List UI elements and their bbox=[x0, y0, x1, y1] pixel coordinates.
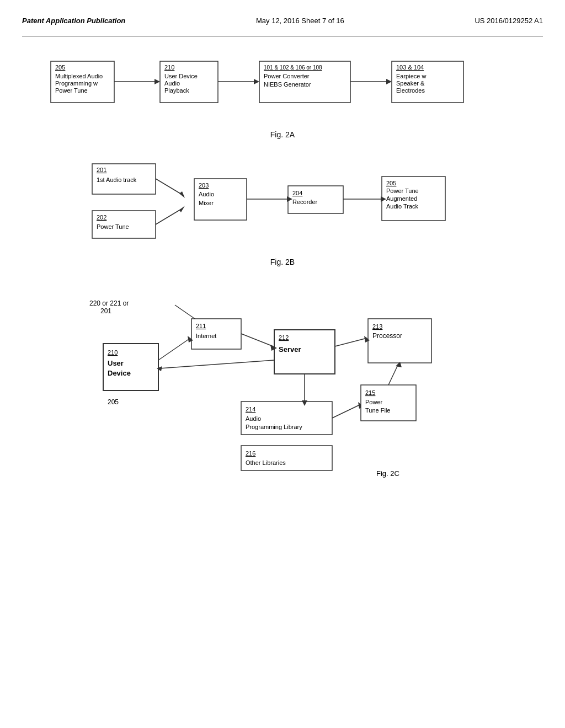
svg-text:Playback: Playback bbox=[164, 87, 189, 94]
svg-text:214: 214 bbox=[246, 406, 255, 413]
svg-text:203: 203 bbox=[199, 182, 209, 189]
fig2c-note-line1: 220 or 221 or bbox=[89, 299, 129, 307]
svg-text:User Device: User Device bbox=[164, 73, 198, 79]
svg-line-86 bbox=[388, 364, 398, 385]
fig2c-note: 220 or 221 or 201 bbox=[89, 299, 129, 315]
svg-text:NIEBS Generator: NIEBS Generator bbox=[264, 81, 311, 88]
svg-text:213: 213 bbox=[372, 323, 382, 330]
svg-text:211: 211 bbox=[196, 323, 206, 329]
svg-text:Augmented: Augmented bbox=[386, 195, 417, 202]
svg-text:204: 204 bbox=[292, 190, 302, 196]
svg-marker-19 bbox=[386, 79, 392, 84]
fig2b-diagram: 201 1st Audio track 202 Power Tune 203 A… bbox=[76, 156, 489, 252]
svg-text:Server: Server bbox=[279, 345, 301, 354]
svg-text:Mixer: Mixer bbox=[199, 200, 214, 206]
svg-marker-6 bbox=[154, 79, 160, 84]
svg-text:Power Converter: Power Converter bbox=[264, 73, 310, 79]
svg-text:Recorder: Recorder bbox=[292, 199, 318, 205]
svg-marker-36 bbox=[179, 191, 185, 198]
svg-text:Power: Power bbox=[365, 399, 383, 405]
svg-text:201: 201 bbox=[97, 167, 106, 173]
svg-line-72 bbox=[335, 338, 367, 346]
svg-line-66 bbox=[158, 338, 190, 360]
svg-text:Processor: Processor bbox=[372, 332, 402, 340]
svg-text:210: 210 bbox=[164, 64, 174, 71]
svg-text:Earpiece w: Earpiece w bbox=[396, 73, 426, 79]
svg-text:Programming w: Programming w bbox=[55, 80, 98, 87]
svg-text:205: 205 bbox=[386, 180, 396, 186]
svg-text:Fig. 2C: Fig. 2C bbox=[376, 469, 399, 478]
svg-text:Audio Track: Audio Track bbox=[386, 203, 419, 210]
svg-text:Multiplexed Audio: Multiplexed Audio bbox=[55, 73, 103, 79]
svg-marker-13 bbox=[254, 79, 259, 84]
svg-text:Device: Device bbox=[108, 369, 131, 377]
fig2a-diagram: 205 Multiplexed Audio Programming w Powe… bbox=[34, 53, 531, 125]
svg-line-68 bbox=[241, 334, 273, 346]
svg-text:202: 202 bbox=[97, 214, 106, 221]
svg-rect-88 bbox=[241, 446, 332, 470]
svg-line-70 bbox=[159, 360, 274, 368]
svg-text:205: 205 bbox=[108, 398, 119, 406]
fig2a-section: 205 Multiplexed Audio Programming w Powe… bbox=[22, 53, 543, 139]
svg-text:Speaker &: Speaker & bbox=[396, 80, 425, 87]
fig2c-section: 220 or 221 or 201 210 User Device 205 21… bbox=[22, 283, 543, 481]
svg-text:101 & 102 & 106 or 108: 101 & 102 & 106 or 108 bbox=[264, 65, 322, 71]
svg-text:Internet: Internet bbox=[196, 333, 216, 339]
header-patent-number: US 2016/0129252 A1 bbox=[475, 17, 543, 25]
svg-text:Tune File: Tune File bbox=[365, 407, 390, 414]
svg-text:205: 205 bbox=[55, 64, 65, 71]
fig2b-section: 201 1st Audio track 202 Power Tune 203 A… bbox=[22, 156, 543, 266]
svg-text:Power Tune: Power Tune bbox=[386, 188, 419, 194]
svg-line-35 bbox=[156, 179, 183, 195]
svg-text:212: 212 bbox=[279, 334, 289, 341]
svg-text:Other Libraries: Other Libraries bbox=[246, 459, 286, 466]
header-date-sheet: May 12, 2016 Sheet 7 of 16 bbox=[256, 17, 344, 25]
header-publication-label: Patent Application Publication bbox=[22, 17, 125, 25]
svg-text:Audio: Audio bbox=[246, 415, 261, 422]
svg-text:210: 210 bbox=[108, 349, 118, 356]
page: Patent Application Publication May 12, 2… bbox=[0, 0, 565, 728]
svg-text:Audio: Audio bbox=[199, 191, 214, 197]
svg-marker-38 bbox=[179, 206, 185, 212]
svg-text:Programming Library: Programming Library bbox=[246, 424, 302, 430]
svg-text:216: 216 bbox=[246, 450, 255, 457]
svg-text:Audio: Audio bbox=[164, 80, 180, 87]
svg-text:Electrodes: Electrodes bbox=[396, 87, 425, 94]
svg-text:1st Audio track: 1st Audio track bbox=[97, 176, 137, 183]
page-header: Patent Application Publication May 12, 2… bbox=[22, 11, 543, 36]
svg-text:Power Tune: Power Tune bbox=[97, 223, 129, 230]
svg-line-80 bbox=[332, 404, 361, 418]
svg-text:Power Tune: Power Tune bbox=[55, 87, 88, 94]
fig2a-label: Fig. 2A bbox=[22, 130, 543, 139]
svg-text:User: User bbox=[108, 359, 124, 367]
fig2c-diagram: 210 User Device 205 211 Internet 212 Ser… bbox=[89, 283, 476, 481]
svg-text:215: 215 bbox=[365, 389, 375, 396]
fig2b-label: Fig. 2B bbox=[22, 258, 543, 266]
svg-text:103 & 104: 103 & 104 bbox=[396, 64, 424, 71]
fig2c-note-line2: 201 bbox=[100, 307, 111, 315]
svg-line-37 bbox=[156, 208, 183, 224]
